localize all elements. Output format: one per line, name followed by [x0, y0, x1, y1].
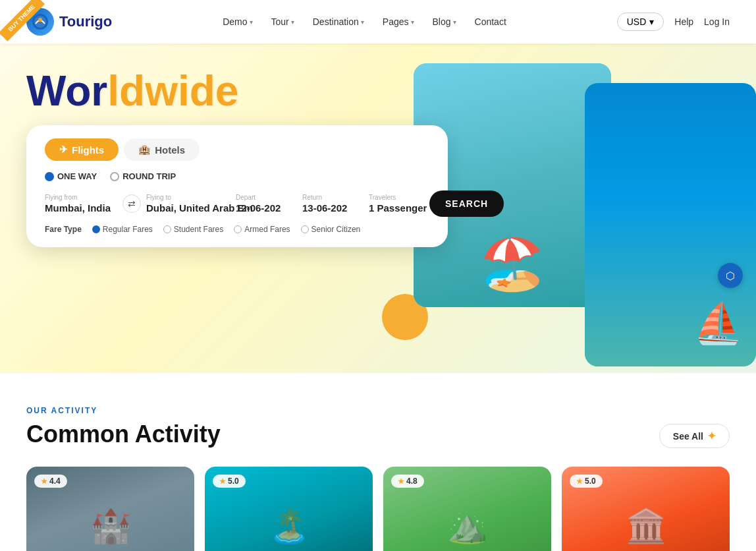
flights-tab[interactable]: ✈ Flights — [45, 138, 119, 161]
senior-citizen-radio — [301, 225, 309, 233]
student-fares-radio — [163, 225, 171, 233]
activity-card-europe[interactable]: 🏛️ ★ 5.0 — [562, 467, 730, 551]
star-icon-4: ★ — [576, 477, 583, 486]
activity-section: OUR ACTIVITY Common Activity See All ✦ 🏰… — [0, 373, 756, 551]
nav-contact[interactable]: Contact — [475, 16, 506, 27]
flying-from-field[interactable]: Flying from Mumbai, India — [45, 194, 117, 214]
nav-tour[interactable]: Tour ▾ — [271, 16, 294, 27]
mountain-emoji-icon: ⛰️ — [447, 507, 488, 545]
depart-field[interactable]: Depart 12-06-202 — [236, 194, 292, 214]
plane-icon: ✈ — [59, 144, 68, 156]
pages-chevron-icon: ▾ — [411, 18, 414, 26]
star-icon-2: ★ — [219, 477, 226, 486]
london-emoji-icon: 🏰 — [90, 507, 131, 545]
swap-button[interactable]: ⇄ — [122, 194, 141, 213]
blog-chevron-icon: ▾ — [453, 18, 456, 26]
navbar: Tourigo Demo ▾ Tour ▾ Destination ▾ Page… — [0, 0, 756, 44]
round-trip-radio[interactable]: ROUND TRIP — [110, 171, 176, 181]
armed-fares-radio — [234, 225, 242, 233]
mountain-rating: ★ 4.8 — [391, 475, 424, 488]
nav-links: Demo ▾ Tour ▾ Destination ▾ Pages ▾ Blog… — [223, 16, 506, 27]
trip-type-selector: ONE WAY ROUND TRIP — [45, 171, 429, 181]
round-trip-radio-dot — [110, 172, 119, 181]
destination-chevron-icon: ▾ — [361, 18, 364, 26]
europe-emoji-icon: 🏛️ — [626, 507, 666, 545]
armed-fares-option[interactable]: Armed Fares — [234, 225, 290, 234]
maldives-rating: ★ 5.0 — [213, 475, 246, 488]
ribbon-text: BUY THEME — [0, 0, 45, 42]
fare-type-label: Fare Type — [45, 225, 82, 234]
regular-fares-option[interactable]: Regular Fares — [92, 225, 153, 234]
help-link[interactable]: Help — [674, 16, 693, 27]
senior-citizen-option[interactable]: Senior Citizen — [301, 225, 361, 234]
activity-card-london[interactable]: 🏰 ★ 4.4 — [26, 467, 194, 551]
demo-chevron-icon: ▾ — [250, 18, 253, 26]
return-field[interactable]: Return 13-06-202 — [302, 194, 358, 214]
regular-fares-radio — [92, 225, 100, 233]
float-button-icon: ⬡ — [726, 270, 735, 282]
europe-rating: ★ 5.0 — [570, 475, 603, 488]
currency-selector[interactable]: USD ▾ — [617, 13, 664, 31]
hero-image-2 — [585, 83, 756, 366]
activity-card-maldives[interactable]: 🏝️ ★ 5.0 — [205, 467, 373, 551]
see-all-arrow-icon: ✦ — [707, 430, 716, 442]
nav-demo[interactable]: Demo ▾ — [223, 16, 252, 27]
travelers-field[interactable]: Travelers 1 Passenger — [369, 194, 421, 214]
search-tabs: ✈ Flights 🏨 Hotels — [45, 138, 429, 161]
section-titles: OUR ACTIVITY Common Activity — [26, 406, 221, 448]
currency-label: USD — [627, 16, 647, 27]
student-fares-option[interactable]: Student Fares — [163, 225, 223, 234]
currency-chevron-icon: ▾ — [649, 16, 654, 27]
one-way-radio[interactable]: ONE WAY — [45, 171, 97, 181]
float-button[interactable]: ⬡ — [718, 263, 743, 288]
login-link[interactable]: Log In — [704, 16, 730, 27]
section-title: Common Activity — [26, 420, 221, 448]
activity-cards: 🏰 ★ 4.4 🏝️ ★ 5.0 ⛰️ ★ 4.8 — [26, 467, 730, 551]
search-fields: Flying from Mumbai, India ⇄ Flying to Du… — [45, 190, 429, 217]
star-icon: ★ — [41, 477, 47, 486]
nav-blog[interactable]: Blog ▾ — [433, 16, 456, 27]
one-way-radio-dot — [45, 172, 54, 181]
nav-destination[interactable]: Destination ▾ — [313, 16, 364, 27]
logo-text: Tourigo — [59, 13, 112, 30]
section-header: OUR ACTIVITY Common Activity See All ✦ — [26, 406, 730, 448]
flying-to-field[interactable]: Flying to Dubai, United Arab Em — [146, 194, 225, 214]
search-widget: ✈ Flights 🏨 Hotels ONE WAY ROUND TRIP Fl… — [26, 125, 448, 247]
buy-theme-ribbon[interactable]: BUY THEME — [0, 0, 46, 46]
activity-card-mountain[interactable]: ⛰️ ★ 4.8 — [383, 467, 551, 551]
london-rating: ★ 4.4 — [34, 475, 67, 488]
hotel-icon: 🏨 — [138, 144, 151, 156]
nav-right: USD ▾ Help Log In — [617, 13, 730, 31]
nav-pages[interactable]: Pages ▾ — [383, 16, 414, 27]
search-button[interactable]: SEARCH — [429, 190, 504, 217]
hotels-tab[interactable]: 🏨 Hotels — [124, 138, 200, 161]
see-all-button[interactable]: See All ✦ — [659, 424, 730, 448]
fare-type-selector: Fare Type Regular Fares Student Fares Ar… — [45, 225, 429, 234]
star-icon-3: ★ — [398, 477, 404, 486]
hero-section: Worldwide ✈ Flights 🏨 Hotels ONE WAY — [0, 44, 756, 373]
section-label: OUR ACTIVITY — [26, 406, 221, 415]
maldives-emoji-icon: 🏝️ — [269, 507, 310, 545]
tour-chevron-icon: ▾ — [291, 18, 294, 26]
